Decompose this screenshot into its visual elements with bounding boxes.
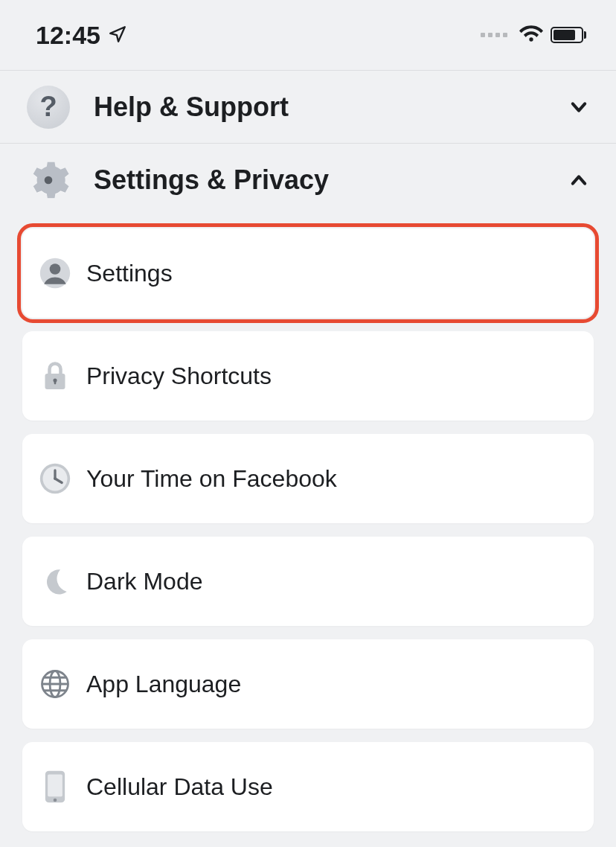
- item-your-time[interactable]: Your Time on Facebook: [22, 434, 594, 523]
- moon-icon: [39, 565, 71, 598]
- wifi-icon: [519, 22, 543, 48]
- section-help-support[interactable]: ? Help & Support: [0, 71, 616, 144]
- battery-icon: [551, 27, 586, 43]
- chevron-up-icon: [568, 170, 589, 191]
- gear-icon: [27, 159, 70, 202]
- item-label: Dark Mode: [86, 568, 203, 595]
- svg-point-16: [54, 799, 57, 802]
- lock-icon: [39, 359, 71, 392]
- chevron-down-icon: [568, 97, 589, 118]
- item-label: Cellular Data Use: [86, 773, 273, 801]
- settings-privacy-items: Settings Privacy Shortcuts Your Time on …: [0, 217, 616, 843]
- cellular-dots-icon: [481, 33, 507, 37]
- status-time-group: 12:45: [36, 21, 127, 50]
- section-settings-privacy[interactable]: Settings & Privacy: [0, 144, 616, 217]
- item-settings[interactable]: Settings: [22, 228, 594, 318]
- globe-icon: [39, 668, 71, 700]
- svg-point-2: [50, 263, 61, 275]
- svg-rect-15: [48, 775, 62, 797]
- status-time: 12:45: [36, 21, 100, 50]
- item-app-language[interactable]: App Language: [22, 639, 594, 729]
- svg-rect-5: [54, 380, 57, 384]
- item-dark-mode[interactable]: Dark Mode: [22, 537, 594, 626]
- section-settings-privacy-label: Settings & Privacy: [94, 164, 545, 196]
- section-help-label: Help & Support: [94, 92, 545, 123]
- phone-icon: [39, 770, 71, 803]
- item-label: Privacy Shortcuts: [86, 362, 272, 390]
- svg-point-0: [45, 176, 53, 185]
- item-cellular-data[interactable]: Cellular Data Use: [22, 742, 594, 831]
- clock-icon: [39, 462, 71, 495]
- item-privacy-shortcuts[interactable]: Privacy Shortcuts: [22, 331, 594, 421]
- item-label: App Language: [86, 671, 241, 698]
- person-icon: [39, 257, 71, 290]
- status-bar: 12:45: [0, 0, 616, 71]
- svg-point-10: [54, 477, 57, 480]
- help-icon: ?: [27, 86, 70, 129]
- location-arrow-icon: [108, 21, 127, 50]
- item-label: Your Time on Facebook: [86, 465, 337, 493]
- status-right: [481, 22, 586, 48]
- item-label: Settings: [86, 260, 173, 287]
